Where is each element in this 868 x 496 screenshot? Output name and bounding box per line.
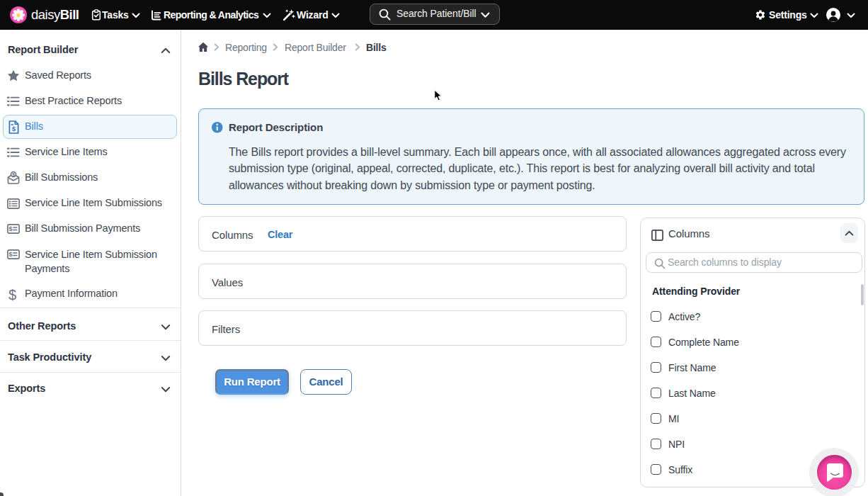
- svg-text:$: $: [8, 225, 12, 232]
- svg-text:$: $: [12, 125, 16, 133]
- svg-text:$: $: [8, 251, 12, 258]
